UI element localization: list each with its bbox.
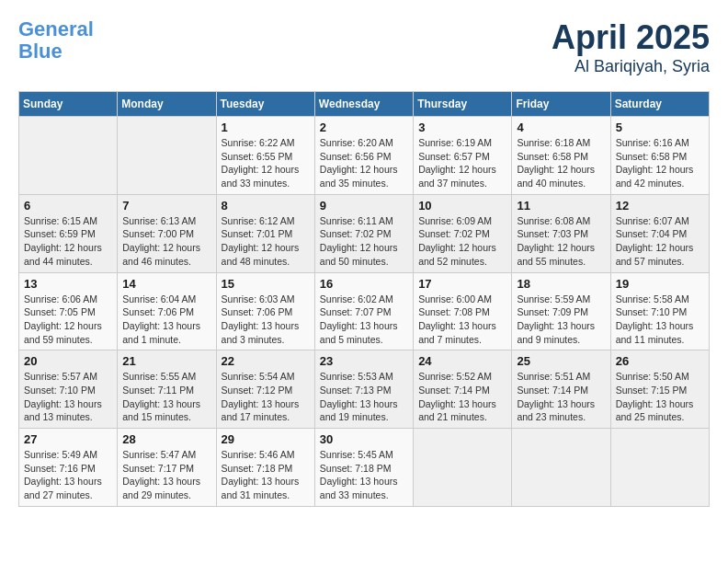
day-number: 7 xyxy=(122,199,210,213)
day-number: 29 xyxy=(222,432,310,446)
day-info: Sunrise: 5:51 AMSunset: 7:14 PMDaylight:… xyxy=(517,370,605,424)
day-info: Sunrise: 5:45 AMSunset: 7:18 PMDaylight:… xyxy=(320,448,408,502)
day-info: Sunrise: 5:53 AMSunset: 7:13 PMDaylight:… xyxy=(320,370,408,424)
calendar-cell: 4Sunrise: 6:18 AMSunset: 6:58 PMDaylight… xyxy=(512,117,610,195)
day-info: Sunrise: 6:07 AMSunset: 7:04 PMDaylight:… xyxy=(616,214,704,269)
calendar-week-row: 20Sunrise: 5:57 AMSunset: 7:10 PMDayligh… xyxy=(19,350,710,429)
calendar-week-row: 6Sunrise: 6:15 AMSunset: 6:59 PMDaylight… xyxy=(19,194,710,272)
calendar-cell xyxy=(512,429,610,507)
weekday-header: Saturday xyxy=(610,92,709,117)
day-number: 3 xyxy=(418,121,506,134)
calendar-cell: 2Sunrise: 6:20 AMSunset: 6:56 PMDaylight… xyxy=(314,117,413,195)
calendar-cell: 16Sunrise: 6:02 AMSunset: 7:07 PMDayligh… xyxy=(314,272,413,350)
day-number: 24 xyxy=(418,354,506,368)
day-number: 18 xyxy=(517,277,605,291)
calendar-cell: 15Sunrise: 6:03 AMSunset: 7:06 PMDayligh… xyxy=(216,272,314,350)
day-info: Sunrise: 6:22 AMSunset: 6:55 PMDaylight:… xyxy=(222,136,310,190)
calendar-cell: 3Sunrise: 6:19 AMSunset: 6:57 PMDaylight… xyxy=(414,117,512,195)
calendar-cell: 27Sunrise: 5:49 AMSunset: 7:16 PMDayligh… xyxy=(19,429,118,507)
day-info: Sunrise: 5:57 AMSunset: 7:10 PMDaylight:… xyxy=(24,370,112,424)
calendar-cell: 19Sunrise: 5:58 AMSunset: 7:10 PMDayligh… xyxy=(610,272,709,350)
day-number: 23 xyxy=(320,354,408,368)
day-number: 5 xyxy=(616,121,704,134)
day-info: Sunrise: 6:09 AMSunset: 7:02 PMDaylight:… xyxy=(418,214,506,269)
day-number: 10 xyxy=(418,199,506,213)
day-info: Sunrise: 6:02 AMSunset: 7:07 PMDaylight:… xyxy=(320,293,408,347)
day-info: Sunrise: 6:04 AMSunset: 7:06 PMDaylight:… xyxy=(122,293,210,347)
calendar-cell: 26Sunrise: 5:50 AMSunset: 7:15 PMDayligh… xyxy=(610,350,709,429)
day-number: 25 xyxy=(517,354,605,368)
day-number: 15 xyxy=(222,277,310,291)
calendar-cell: 6Sunrise: 6:15 AMSunset: 6:59 PMDaylight… xyxy=(19,194,118,272)
day-info: Sunrise: 6:06 AMSunset: 7:05 PMDaylight:… xyxy=(24,293,112,347)
page-header: General Blue April 2025 Al Bariqiyah, Sy… xyxy=(18,18,710,76)
calendar-cell: 11Sunrise: 6:08 AMSunset: 7:03 PMDayligh… xyxy=(512,194,610,272)
calendar-subtitle: Al Bariqiyah, Syria xyxy=(552,57,710,76)
calendar-week-row: 1Sunrise: 6:22 AMSunset: 6:55 PMDaylight… xyxy=(19,117,710,195)
day-info: Sunrise: 5:52 AMSunset: 7:14 PMDaylight:… xyxy=(418,370,506,424)
calendar-cell: 22Sunrise: 5:54 AMSunset: 7:12 PMDayligh… xyxy=(216,350,314,429)
day-number: 21 xyxy=(122,354,210,368)
day-number: 27 xyxy=(24,432,112,446)
calendar-cell: 24Sunrise: 5:52 AMSunset: 7:14 PMDayligh… xyxy=(414,350,512,429)
weekday-header-row: SundayMondayTuesdayWednesdayThursdayFrid… xyxy=(19,92,710,117)
day-info: Sunrise: 5:50 AMSunset: 7:15 PMDaylight:… xyxy=(616,370,704,424)
calendar-cell: 20Sunrise: 5:57 AMSunset: 7:10 PMDayligh… xyxy=(19,350,118,429)
calendar-cell: 23Sunrise: 5:53 AMSunset: 7:13 PMDayligh… xyxy=(314,350,413,429)
calendar-cell: 30Sunrise: 5:45 AMSunset: 7:18 PMDayligh… xyxy=(314,429,413,507)
calendar-cell xyxy=(19,117,118,195)
weekday-header: Friday xyxy=(512,92,610,117)
logo-general: General xyxy=(18,17,94,40)
day-number: 11 xyxy=(517,199,605,213)
calendar-title: April 2025 xyxy=(552,18,710,57)
day-number: 1 xyxy=(222,121,310,134)
logo-text: General Blue xyxy=(18,18,94,63)
calendar-cell: 7Sunrise: 6:13 AMSunset: 7:00 PMDaylight… xyxy=(118,194,216,272)
calendar-table: SundayMondayTuesdayWednesdayThursdayFrid… xyxy=(18,91,710,507)
weekday-header: Sunday xyxy=(19,92,118,117)
day-info: Sunrise: 5:55 AMSunset: 7:11 PMDaylight:… xyxy=(122,370,210,424)
day-number: 19 xyxy=(616,277,704,291)
day-info: Sunrise: 5:46 AMSunset: 7:18 PMDaylight:… xyxy=(222,448,310,502)
calendar-cell: 25Sunrise: 5:51 AMSunset: 7:14 PMDayligh… xyxy=(512,350,610,429)
day-info: Sunrise: 6:19 AMSunset: 6:57 PMDaylight:… xyxy=(418,136,506,190)
logo-blue: Blue xyxy=(18,40,63,63)
calendar-cell: 5Sunrise: 6:16 AMSunset: 6:58 PMDaylight… xyxy=(610,117,709,195)
day-info: Sunrise: 5:58 AMSunset: 7:10 PMDaylight:… xyxy=(616,293,704,347)
calendar-cell xyxy=(414,429,512,507)
weekday-header: Monday xyxy=(118,92,216,117)
day-number: 17 xyxy=(418,277,506,291)
day-info: Sunrise: 5:47 AMSunset: 7:17 PMDaylight:… xyxy=(122,448,210,502)
logo: General Blue xyxy=(18,18,94,63)
day-number: 13 xyxy=(24,277,112,291)
calendar-cell: 17Sunrise: 6:00 AMSunset: 7:08 PMDayligh… xyxy=(414,272,512,350)
day-info: Sunrise: 6:03 AMSunset: 7:06 PMDaylight:… xyxy=(222,293,310,347)
calendar-cell: 9Sunrise: 6:11 AMSunset: 7:02 PMDaylight… xyxy=(314,194,413,272)
day-number: 30 xyxy=(320,432,408,446)
calendar-cell: 14Sunrise: 6:04 AMSunset: 7:06 PMDayligh… xyxy=(118,272,216,350)
day-number: 16 xyxy=(320,277,408,291)
day-number: 8 xyxy=(222,199,310,213)
calendar-week-row: 27Sunrise: 5:49 AMSunset: 7:16 PMDayligh… xyxy=(19,429,710,507)
day-info: Sunrise: 6:16 AMSunset: 6:58 PMDaylight:… xyxy=(616,136,704,190)
day-info: Sunrise: 6:20 AMSunset: 6:56 PMDaylight:… xyxy=(320,136,408,190)
day-info: Sunrise: 6:15 AMSunset: 6:59 PMDaylight:… xyxy=(24,214,112,269)
day-info: Sunrise: 6:13 AMSunset: 7:00 PMDaylight:… xyxy=(122,214,210,269)
day-info: Sunrise: 5:49 AMSunset: 7:16 PMDaylight:… xyxy=(24,448,112,502)
day-number: 6 xyxy=(24,199,112,213)
title-block: April 2025 Al Bariqiyah, Syria xyxy=(552,18,710,76)
calendar-cell: 13Sunrise: 6:06 AMSunset: 7:05 PMDayligh… xyxy=(19,272,118,350)
calendar-cell xyxy=(610,429,709,507)
day-number: 28 xyxy=(122,432,210,446)
calendar-cell: 28Sunrise: 5:47 AMSunset: 7:17 PMDayligh… xyxy=(118,429,216,507)
day-number: 26 xyxy=(616,354,704,368)
day-number: 20 xyxy=(24,354,112,368)
day-info: Sunrise: 6:08 AMSunset: 7:03 PMDaylight:… xyxy=(517,214,605,269)
calendar-cell: 10Sunrise: 6:09 AMSunset: 7:02 PMDayligh… xyxy=(414,194,512,272)
day-info: Sunrise: 6:18 AMSunset: 6:58 PMDaylight:… xyxy=(517,136,605,190)
day-number: 22 xyxy=(222,354,310,368)
calendar-week-row: 13Sunrise: 6:06 AMSunset: 7:05 PMDayligh… xyxy=(19,272,710,350)
weekday-header: Tuesday xyxy=(216,92,314,117)
calendar-cell: 1Sunrise: 6:22 AMSunset: 6:55 PMDaylight… xyxy=(216,117,314,195)
weekday-header: Wednesday xyxy=(314,92,413,117)
